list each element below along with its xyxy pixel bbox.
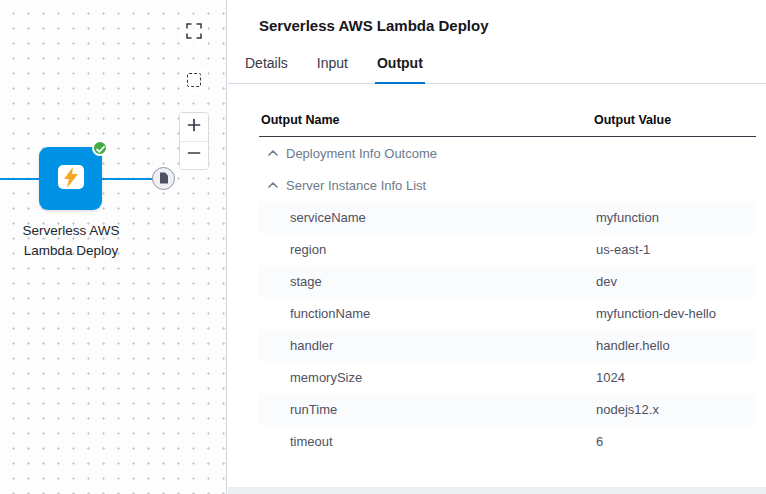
output-value-cell: 6 (596, 434, 756, 449)
output-value-cell: dev (596, 274, 756, 289)
output-name-cell: Deployment Info Outcome (259, 146, 596, 161)
output-value-cell: nodejs12.x (596, 402, 756, 417)
zoom-in-button[interactable] (180, 113, 208, 142)
table-row[interactable]: Deployment Info Outcome (259, 137, 756, 169)
output-value-cell: handler.hello (596, 338, 756, 353)
output-name-text: stage (290, 274, 322, 289)
panel-title: Serverless AWS Lambda Deploy (228, 0, 766, 34)
output-name-text: Deployment Info Outcome (286, 146, 437, 161)
table-row: memorySize 1024 (259, 361, 756, 393)
tab-details[interactable]: Details (243, 55, 290, 83)
table-row: stage dev (259, 265, 756, 297)
zoom-out-icon (187, 146, 201, 164)
table-row: region us-east-1 (259, 233, 756, 265)
expand-icon (186, 23, 202, 43)
zoom-out-button[interactable] (180, 142, 208, 170)
output-name-text: region (290, 242, 326, 257)
output-name-cell: stage (259, 274, 596, 289)
chevron-up-icon[interactable] (268, 182, 278, 188)
column-header-output-value: Output Value (594, 113, 754, 127)
step-node-serverless-aws-lambda-deploy[interactable] (39, 147, 102, 210)
marquee-select-button[interactable] (180, 66, 208, 94)
output-name-text: memorySize (290, 370, 362, 385)
step-detail-panel: Serverless AWS Lambda Deploy Details Inp… (228, 0, 766, 494)
table-row: timeout 6 (259, 425, 756, 457)
output-value-cell: myfunction (596, 210, 756, 225)
output-table-header: Output Name Output Value (259, 105, 756, 137)
pipeline-canvas[interactable]: Serverless AWS Lambda Deploy (0, 0, 227, 494)
output-name-cell: region (259, 242, 596, 257)
status-badge (92, 140, 108, 156)
output-name-cell: memorySize (259, 370, 596, 385)
table-row: runTime nodejs12.x (259, 393, 756, 425)
node-label: Serverless AWS Lambda Deploy (6, 221, 136, 262)
document-icon (159, 170, 169, 188)
column-header-output-name: Output Name (261, 113, 594, 127)
output-name-cell: timeout (259, 434, 596, 449)
output-value-cell: 1024 (596, 370, 756, 385)
aws-lambda-icon (53, 159, 89, 199)
output-value-cell: us-east-1 (596, 242, 756, 257)
incoming-edge (0, 178, 39, 180)
horizontal-scrollbar[interactable] (228, 487, 766, 494)
output-name-cell: handler (259, 338, 596, 353)
output-table-body: Deployment Info Outcome Server Instance … (259, 137, 756, 457)
marquee-select-icon (187, 73, 201, 87)
table-row: functionName myfunction-dev-hello (259, 297, 756, 329)
output-name-text: serviceName (290, 210, 366, 225)
chevron-up-icon[interactable] (268, 150, 278, 156)
tab-input[interactable]: Input (315, 55, 350, 83)
check-icon (96, 139, 105, 157)
table-row: serviceName myfunction (259, 201, 756, 233)
zoom-controls (179, 112, 209, 170)
tab-output[interactable]: Output (375, 55, 425, 84)
output-name-text: handler (290, 338, 333, 353)
app-window: Serverless AWS Lambda Deploy Serverless … (0, 0, 766, 494)
zoom-in-icon (187, 118, 201, 136)
node-output-port[interactable] (152, 167, 175, 190)
output-name-cell: functionName (259, 306, 596, 321)
tab-bar: Details Input Output (228, 55, 766, 84)
output-name-cell: runTime (259, 402, 596, 417)
output-table: Output Name Output Value Deployment Info… (259, 105, 756, 457)
expand-button[interactable] (180, 19, 208, 47)
outgoing-edge (101, 178, 153, 180)
output-name-text: timeout (290, 434, 333, 449)
table-row: handler handler.hello (259, 329, 756, 361)
output-value-cell: myfunction-dev-hello (596, 306, 756, 321)
output-name-text: runTime (290, 402, 337, 417)
output-name-cell: serviceName (259, 210, 596, 225)
output-name-text: Server Instance Info List (286, 178, 426, 193)
output-name-text: functionName (290, 306, 370, 321)
output-name-cell: Server Instance Info List (259, 178, 596, 193)
table-row[interactable]: Server Instance Info List (259, 169, 756, 201)
